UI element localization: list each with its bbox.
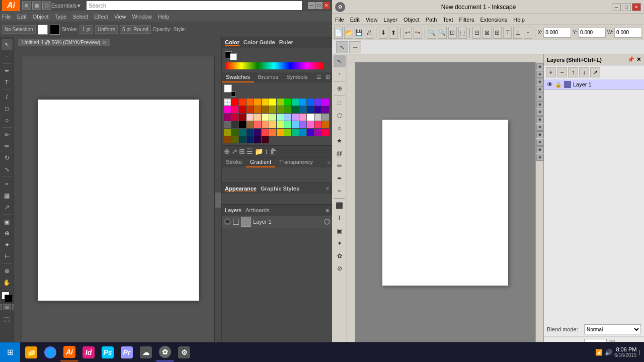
ink-blend-mode-select[interactable]: Normal xyxy=(584,324,641,334)
ink-layers-close-btn[interactable]: ✕ xyxy=(636,56,641,63)
ink-spiral-tool[interactable]: @ xyxy=(334,147,346,159)
ai-swatch-cell[interactable] xyxy=(277,114,284,121)
ai-swatch-cell[interactable] xyxy=(254,121,261,128)
ai-bridge-icon[interactable]: ⬡ xyxy=(42,2,51,10)
ai-arrange-icon[interactable]: ⊞ xyxy=(22,2,31,10)
ai-menu-select[interactable]: Select xyxy=(72,14,88,20)
ai-swatch-cell[interactable] xyxy=(284,129,291,136)
ink-pencil-tool[interactable]: ✏ xyxy=(334,160,346,172)
ink-undo-btn[interactable]: ↩ xyxy=(403,27,412,39)
blend-tool[interactable]: ⊕ xyxy=(2,228,13,239)
ai-swatches-tab[interactable]: Swatches xyxy=(222,72,254,82)
ai-swatch-cell[interactable] xyxy=(307,106,314,113)
ai-canvas[interactable] xyxy=(22,56,214,344)
ai-swatches-grid-view[interactable]: ⊞ xyxy=(324,72,332,82)
ink-layer-lock-icon[interactable]: 🔒 xyxy=(555,81,562,88)
ai-menu-edit[interactable]: Edit xyxy=(17,14,27,20)
ai-swatch-cell[interactable] xyxy=(269,99,276,106)
ai-swatch-cell[interactable] xyxy=(231,136,238,143)
ai-swatch-cell[interactable] xyxy=(314,114,321,121)
ink-align-center-btn[interactable]: ⊠ xyxy=(482,27,491,39)
ai-swatch-cell[interactable] xyxy=(314,99,321,106)
ink-snap-icon12[interactable]: ⊕ xyxy=(536,146,543,153)
tray-show-desktop-btn[interactable]: | xyxy=(638,349,640,355)
ink-print-btn[interactable]: 🖨 xyxy=(365,27,373,39)
graph-bar-tool[interactable]: ▦ xyxy=(2,190,13,201)
ai-menu-type[interactable]: Type xyxy=(55,14,67,20)
ai-color-guide-tab[interactable]: Color Guide xyxy=(244,39,275,46)
ink-eraser-tool[interactable]: ⊘ xyxy=(334,262,346,275)
ai-color-squares[interactable] xyxy=(2,292,13,303)
ai-swatch-cell[interactable] xyxy=(277,121,284,128)
ai-swatch-black-sq[interactable] xyxy=(231,92,236,97)
selection-tool[interactable]: ↖ xyxy=(2,39,13,50)
ai-swatch-cell[interactable] xyxy=(239,106,246,113)
ink-align-top-btn[interactable]: ⊤ xyxy=(503,27,512,39)
ink-new-btn[interactable]: 📄 xyxy=(334,27,343,39)
type-tool[interactable]: T xyxy=(2,77,13,88)
ai-graphic-styles-tab[interactable]: Graphic Styles xyxy=(261,186,299,192)
ai-swatch-cell[interactable] xyxy=(247,121,254,128)
ai-swatch-cell[interactable] xyxy=(224,106,231,113)
ink-eyedropper-tool[interactable]: ✦ xyxy=(334,237,346,249)
ai-swatch-cell[interactable] xyxy=(269,106,276,113)
ink-x-input[interactable] xyxy=(543,28,571,38)
ink-tool-opt1[interactable]: ↖ xyxy=(336,41,348,53)
ai-background-color[interactable] xyxy=(5,295,13,303)
ink-layer-eye-icon[interactable]: 👁 xyxy=(547,81,553,88)
ai-transparency-tab[interactable]: Transparency xyxy=(275,157,317,167)
ai-round-dropdown[interactable]: 5 pt. Round xyxy=(120,25,151,34)
ai-swatch-cell[interactable] xyxy=(322,99,329,106)
ai-fill-color[interactable] xyxy=(38,25,48,35)
ai-stroke-panel-menu[interactable]: ≡ xyxy=(326,157,332,167)
ai-swatch-cell[interactable] xyxy=(224,121,231,128)
ai-layer-1-row[interactable]: 👁 Layer 1 xyxy=(222,216,332,228)
ai-essentials[interactable]: Essentials ▾ xyxy=(51,3,80,9)
inkscape-menu-file[interactable]: File xyxy=(335,17,344,23)
ink-bucket-tool[interactable]: ⬛ xyxy=(334,200,346,212)
ink-align-vmid-btn[interactable]: ⊥ xyxy=(513,27,522,39)
ink-layer-down-btn[interactable]: ↓ xyxy=(579,67,589,77)
ink-zoom-fit-btn[interactable]: ⊡ xyxy=(448,27,457,39)
ellipse-tool[interactable]: ○ xyxy=(2,115,13,126)
inkscape-menu-help[interactable]: Help xyxy=(513,17,525,23)
tray-network-icon[interactable]: 📶 xyxy=(595,349,603,356)
ai-stroke-value[interactable]: 1 pt xyxy=(79,25,93,34)
graph-line-tool[interactable]: ↗ xyxy=(2,202,13,213)
ink-w-input[interactable] xyxy=(614,28,642,38)
taskbar-cloud[interactable]: ☁ xyxy=(137,343,155,361)
ai-change-screen-btn[interactable]: ⬚ xyxy=(2,314,13,325)
ai-swatch-cell[interactable] xyxy=(262,114,269,121)
ink-save-btn[interactable]: 💾 xyxy=(355,27,363,39)
ink-zoom-in-btn[interactable]: 🔍 xyxy=(428,27,436,39)
brush-tool[interactable]: ✏ xyxy=(2,129,13,140)
ink-rect-tool[interactable]: □ xyxy=(334,97,346,109)
ai-swatch-cell[interactable] xyxy=(307,99,314,106)
inkscape-menu-layer[interactable]: Layer xyxy=(383,17,397,23)
ai-swatch-cell[interactable] xyxy=(239,121,246,128)
ai-swatch-cell[interactable] xyxy=(269,114,276,121)
ai-close-btn[interactable]: ✕ xyxy=(323,2,330,9)
measure-tool[interactable]: ⊢ xyxy=(2,251,13,262)
ai-ruler-tab[interactable]: Ruler xyxy=(279,39,293,46)
ai-swatch-cell[interactable] xyxy=(231,121,238,128)
inkscape-menu-edit[interactable]: Edit xyxy=(350,17,360,23)
taskbar-explorer[interactable]: 📁 xyxy=(22,343,40,361)
ai-swatch-cell[interactable] xyxy=(231,99,238,106)
ai-swatches-folder-btn[interactable]: 📁 xyxy=(255,147,263,155)
ai-workspace-icon[interactable]: ▦ xyxy=(32,2,41,10)
inkscape-menu-extensions[interactable]: Extensions xyxy=(480,17,507,23)
ai-swatch-cell[interactable] xyxy=(247,99,254,106)
ink-zoom-page-btn[interactable]: ⬚ xyxy=(458,27,467,39)
ai-swatch-cell[interactable] xyxy=(284,114,291,121)
ai-layer-lock-icon[interactable] xyxy=(233,219,239,225)
ink-snap-icon7[interactable]: ⊕ xyxy=(536,109,543,116)
inkscape-menu-view[interactable]: View xyxy=(366,17,378,23)
ink-3d-tool[interactable]: ⬡ xyxy=(334,110,346,122)
ai-swatch-cell[interactable] xyxy=(292,121,299,128)
ai-swatch-cell[interactable] xyxy=(262,136,269,143)
ai-color-spectrum[interactable] xyxy=(225,62,323,69)
ai-swatch-cell[interactable] xyxy=(224,129,231,136)
ai-swatch-cell[interactable] xyxy=(307,121,314,128)
taskbar-photoshop[interactable]: Ps xyxy=(99,343,117,361)
